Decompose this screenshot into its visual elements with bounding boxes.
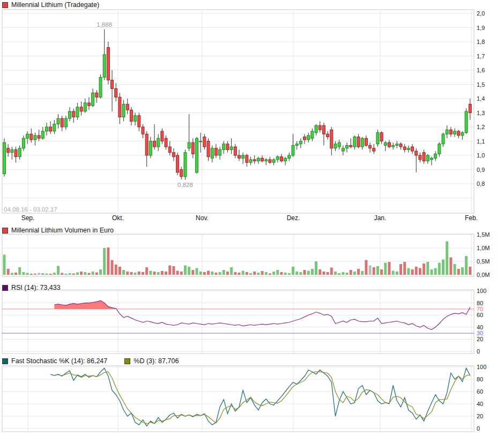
stochastic-axis-tick: 20 <box>477 412 483 420</box>
stock-chart: Millennial Lithium (Tradegate) 04.08.16 … <box>0 0 504 436</box>
rsi-legend: RSI (14): 73,433 <box>2 284 61 291</box>
volume-axis-tick: 0,5M <box>477 258 490 265</box>
price-axis-tick: 0,9 <box>477 166 485 174</box>
stochastic-legend: Fast Stochastic %K (14): 86,247 %D (3): … <box>2 357 179 365</box>
month-label: Okt. <box>106 214 130 222</box>
stochastic-axis-tick: 0 <box>477 425 480 432</box>
volume-series-swatch-icon <box>2 228 8 234</box>
price-axis-tick: 1,4 <box>477 95 485 102</box>
stochastic-axis-tick: 60 <box>477 388 483 395</box>
price-series-swatch-icon <box>2 2 8 8</box>
stochastic-axis-tick: 80 <box>477 375 483 383</box>
month-label: Feb. <box>459 214 483 222</box>
rsi-axis-tick: 60 <box>477 311 483 319</box>
price-axis-tick: 1,1 <box>477 138 485 145</box>
volume-axis-tick: 0,0M <box>477 271 490 279</box>
rsi-series-swatch-icon <box>2 285 8 291</box>
month-label: Sep. <box>16 214 40 222</box>
price-axis-tick: 1,0 <box>477 152 485 159</box>
price-axis-tick: 1,2 <box>477 123 485 131</box>
price-legend: Millennial Lithium (Tradegate) <box>2 1 99 9</box>
stochastic-k-swatch-icon <box>2 358 8 364</box>
price-legend-label: Millennial Lithium (Tradegate) <box>11 1 99 9</box>
volume-axis-tick: 1,5M <box>477 231 490 238</box>
rsi-axis-tick: 100 <box>477 287 486 295</box>
date-range-label: 04.08.16 - 03.02.17 <box>4 206 57 213</box>
low-annotation: 0,828 <box>172 182 198 188</box>
stochastic-d-legend-label: %D (3): 87,706 <box>134 357 179 365</box>
price-axis-tick: 2,0 <box>477 10 485 17</box>
price-axis-tick: 1,6 <box>477 66 485 74</box>
chart-canvas <box>0 0 504 436</box>
volume-legend-label: Millennial Lithium Volumen in Euro <box>11 227 114 234</box>
stochastic-axis-tick: 100 <box>477 363 486 371</box>
volume-legend: Millennial Lithium Volumen in Euro <box>2 227 114 234</box>
price-axis-tick: 1,3 <box>477 109 485 117</box>
price-axis-tick: 1,8 <box>477 38 485 46</box>
price-axis-tick: 0,8 <box>477 180 485 187</box>
month-label: Nov. <box>190 214 214 222</box>
price-axis-tick: 1,9 <box>477 24 485 32</box>
high-annotation: 1,888 <box>91 21 118 28</box>
price-axis-tick: 1,7 <box>477 52 485 60</box>
price-axis-tick: 1,5 <box>477 81 485 88</box>
month-label: Jan. <box>368 214 392 222</box>
rsi-axis-tick: 0 <box>477 348 480 355</box>
stochastic-k-legend-label: Fast Stochastic %K (14): 86,247 <box>11 357 107 365</box>
rsi-axis-tick: 20 <box>477 335 483 343</box>
month-label: Dez. <box>281 214 305 222</box>
volume-axis-tick: 1,0M <box>477 244 490 252</box>
stochastic-d-legend: %D (3): 87,706 <box>124 357 179 365</box>
rsi-legend-label: RSI (14): 73,433 <box>11 284 61 291</box>
stochastic-axis-tick: 40 <box>477 400 483 408</box>
stochastic-d-swatch-icon <box>124 358 130 364</box>
